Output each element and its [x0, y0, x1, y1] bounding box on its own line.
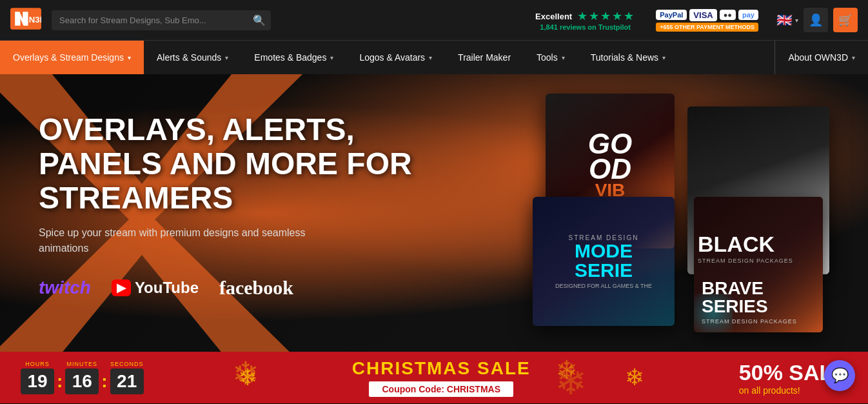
- minutes-label: Minutes: [67, 361, 98, 367]
- hero-platforms: twitch ▶ YouTube facebook: [39, 277, 413, 299]
- nav-item-alerts[interactable]: Alerts & Sounds ▾: [144, 41, 241, 74]
- snowflake-icon-left: ❄: [238, 364, 257, 391]
- logo[interactable]: N3D: [10, 6, 41, 34]
- nav-label-trailer: Trailer Maker: [458, 52, 511, 63]
- trust-stars: ★★★★★: [577, 9, 635, 23]
- snowflake-deco-3: ❄: [555, 358, 587, 403]
- trust-reviews: 1,841 reviews on Trustpilot: [540, 23, 631, 31]
- nav-item-overlays[interactable]: Overlays & Stream Designs ▾: [0, 41, 144, 74]
- chevron-down-icon: ▾: [225, 54, 228, 61]
- hero-subtitle: Spice up your stream with premium design…: [39, 225, 348, 256]
- card2-title: BLACK: [698, 233, 819, 255]
- card4-title: BRAVESERIES: [702, 279, 815, 316]
- nav-item-emotes[interactable]: Emotes & Badges ▾: [241, 41, 346, 74]
- card2-sub: STREAM DESIGN PACKAGES: [698, 258, 819, 264]
- payment-methods: PayPal VISA ●● pay +655 OTHER PAYMENT ME…: [656, 9, 758, 32]
- other-payment-label: +655 OTHER PAYMENT METHODS: [656, 23, 758, 32]
- christmas-sale-banner: ❄ ❄ ❄ Hours 19 : Minutes 16 : Seconds 21…: [0, 352, 868, 403]
- cart-icon: 🛒: [838, 13, 853, 27]
- chevron-down-icon: ▾: [330, 54, 333, 61]
- header: N3D 🔍 Excellent ★★★★★ 1,841 reviews on T…: [0, 0, 868, 40]
- nav-item-trailer[interactable]: Trailer Maker: [445, 41, 524, 74]
- trustpilot-badge: Excellent ★★★★★ 1,841 reviews on Trustpi…: [535, 9, 635, 31]
- sale-sub-text: on all products!: [739, 385, 800, 396]
- hero-product-collage: GO OD VIB Stream Design Pack BLACK STREA…: [468, 87, 855, 339]
- header-actions: 🇬🇧 ▾ 👤 🛒: [776, 8, 858, 32]
- christmas-sale-title: CHRISTMAS SALE: [352, 358, 531, 379]
- chat-button[interactable]: 💬: [824, 360, 855, 391]
- card1-text: GO OD VIB: [588, 131, 632, 198]
- flag-icon: 🇬🇧: [776, 12, 793, 28]
- gpay-badge: pay: [738, 10, 758, 20]
- nav-item-logos[interactable]: Logos & Avatars ▾: [346, 41, 445, 74]
- hours-label: Hours: [25, 361, 50, 367]
- lang-chevron-icon: ▾: [795, 17, 798, 24]
- snowflake-icon-right: ❄: [625, 364, 644, 391]
- user-account-button[interactable]: 👤: [804, 8, 828, 32]
- card3-title: MODESERIE: [575, 241, 633, 280]
- chevron-down-icon: ▾: [852, 54, 855, 61]
- nav-item-tools[interactable]: Tools ▾: [524, 41, 578, 74]
- main-navigation: Overlays & Stream Designs ▾ Alerts & Sou…: [0, 40, 868, 74]
- product-card-modeserie[interactable]: STREAM DESIGN MODESERIE DESIGNED FOR ALL…: [533, 197, 675, 326]
- hero-content: OVERLAYS, ALERTS, PANELS AND MORE FOR ST…: [0, 74, 451, 299]
- search-bar: 🔍: [52, 10, 271, 30]
- product-card-black[interactable]: BLACK STREAM DESIGN PACKAGES: [687, 106, 829, 274]
- visa-badge: VISA: [689, 9, 716, 21]
- product-card-brave[interactable]: BRAVESERIES STREAM DESIGN PACKAGES: [694, 197, 823, 332]
- nav-label-tutorials: Tutorials & News: [591, 52, 658, 63]
- mastercard-badge: ●●: [720, 10, 736, 20]
- chevron-down-icon: ▾: [662, 54, 666, 61]
- hero-title: OVERLAYS, ALERTS, PANELS AND MORE FOR ST…: [39, 113, 413, 215]
- timer-seconds-block: Seconds 21: [110, 361, 144, 394]
- nav-label-alerts: Alerts & Sounds: [157, 52, 221, 63]
- hero-section: OVERLAYS, ALERTS, PANELS AND MORE FOR ST…: [0, 74, 868, 352]
- search-button[interactable]: 🔍: [253, 14, 266, 26]
- nav-label-emotes: Emotes & Badges: [254, 52, 326, 63]
- card3-sub: DESIGNED FOR ALL GAMES & THE: [555, 283, 652, 289]
- facebook-logo: facebook: [219, 277, 293, 299]
- nav-label-tools: Tools: [537, 52, 558, 63]
- twitch-logo: twitch: [39, 278, 91, 298]
- seconds-display: 21: [110, 369, 144, 394]
- chevron-down-icon: ▾: [429, 54, 432, 61]
- hours-display: 19: [21, 369, 54, 394]
- nav-item-about[interactable]: About OWN3D ▾: [775, 41, 868, 74]
- nav-label-overlays: Overlays & Stream Designs: [13, 52, 124, 63]
- nav-label-about: About OWN3D: [788, 52, 848, 63]
- youtube-text: YouTube: [135, 279, 199, 297]
- coupon-code: Coupon Code: CHRISTMAS: [369, 381, 513, 397]
- chevron-down-icon: ▾: [562, 54, 565, 61]
- nav-label-logos: Logos & Avatars: [359, 52, 425, 63]
- language-selector[interactable]: 🇬🇧 ▾: [776, 12, 798, 28]
- card4-sub: STREAM DESIGN PACKAGES: [702, 318, 815, 325]
- timer-colon-2: :: [101, 371, 107, 392]
- christmas-sale-center: CHRISTMAS SALE Coupon Code: CHRISTMAS: [352, 358, 531, 397]
- timer-colon-1: :: [57, 371, 63, 392]
- chevron-down-icon: ▾: [128, 54, 131, 61]
- seconds-label: Seconds: [110, 361, 144, 367]
- paypal-badge: PayPal: [656, 10, 687, 20]
- trust-label: Excellent: [535, 12, 572, 21]
- user-icon: 👤: [809, 13, 823, 27]
- search-input[interactable]: [52, 10, 271, 30]
- nav-item-tutorials[interactable]: Tutorials & News ▾: [578, 41, 678, 74]
- svg-text:N3D: N3D: [29, 15, 41, 25]
- cart-button[interactable]: 🛒: [833, 8, 858, 32]
- minutes-display: 16: [65, 369, 99, 394]
- timer-hours-block: Hours 19: [21, 361, 54, 394]
- countdown-timer: Hours 19 : Minutes 16 : Seconds 21: [21, 361, 144, 394]
- youtube-icon: ▶: [112, 279, 131, 296]
- timer-minutes-block: Minutes 16: [65, 361, 99, 394]
- chat-icon: 💬: [831, 367, 849, 384]
- youtube-logo: ▶ YouTube: [112, 279, 199, 297]
- nav-spacer: [678, 41, 774, 74]
